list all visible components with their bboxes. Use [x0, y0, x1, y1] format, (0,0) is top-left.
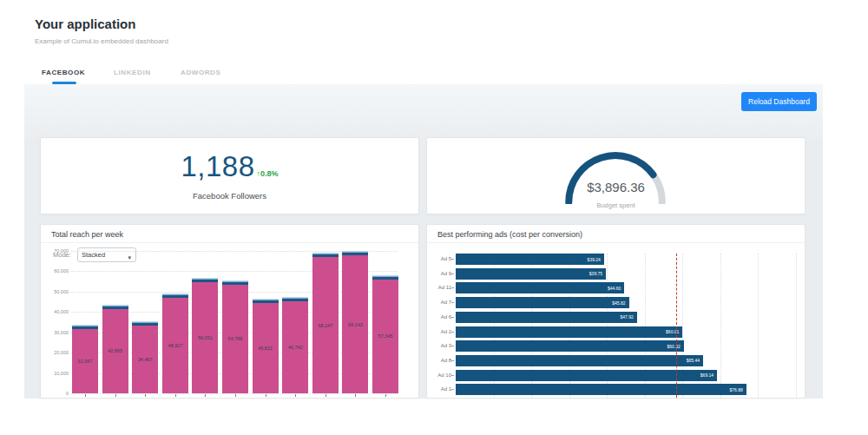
- y-axis-tick-label: 40,000: [43, 309, 69, 314]
- y-axis-category-label: Ad 3: [427, 343, 451, 348]
- bar-value-label: $44.60: [608, 286, 621, 291]
- tab-linkedin[interactable]: LINKEDIN: [114, 69, 151, 76]
- reference-line: [676, 254, 677, 398]
- gridline: [71, 393, 398, 394]
- ad-cost-bar[interactable]: $44.60: [456, 282, 624, 293]
- y-axis-tick-label: 50,000: [43, 289, 69, 294]
- kpi-delta-value: 0.8%: [260, 169, 279, 178]
- bar-value-label: 42,865: [102, 348, 128, 353]
- y-axis-category-label: Ad 2: [427, 329, 451, 334]
- facebook-followers-kpi-card: 1,188↑0.8% Facebook Followers: [40, 137, 419, 214]
- tab-facebook[interactable]: FACEBOOK: [42, 69, 85, 76]
- bar-value-label: $65.44: [687, 358, 700, 363]
- y-axis-category-label: Ad 8: [427, 358, 451, 363]
- y-axis-tick-label: 20,000: [43, 350, 69, 355]
- reload-dashboard-button[interactable]: Reload Dashboard: [741, 92, 817, 111]
- ad-cost-bar[interactable]: $76.88: [456, 384, 746, 395]
- chart-card-header: Total reach per week: [41, 225, 418, 243]
- bar-value-label: $39.75: [589, 271, 602, 276]
- reach-bar[interactable]: 34,467: [132, 323, 158, 393]
- bar-value-label: 54,765: [222, 336, 248, 341]
- x-axis-tick: [85, 394, 86, 397]
- bar-value-label: 68,147: [312, 323, 339, 328]
- bar-value-label: 34,467: [132, 357, 158, 362]
- y-axis-tick: [451, 317, 454, 318]
- bar-value-label: 69,143: [342, 322, 368, 327]
- bar-value-label: $69.14: [700, 372, 713, 378]
- x-axis-tick: [115, 394, 116, 397]
- ad-cost-bar[interactable]: $45.82: [456, 297, 629, 308]
- reach-bar[interactable]: 54,765: [222, 282, 248, 393]
- ad-cost-bar[interactable]: $39.75: [456, 268, 606, 280]
- ad-cost-bar[interactable]: $65.44: [456, 355, 703, 366]
- y-axis-tick: [451, 375, 454, 376]
- bar-value-label: 48,327: [162, 343, 188, 348]
- bar-value-label: 57,345: [372, 333, 398, 339]
- y-axis-tick: [451, 332, 454, 333]
- reach-bar[interactable]: 42,865: [102, 306, 128, 393]
- x-axis-tick: [385, 394, 386, 397]
- gridline: [758, 254, 759, 398]
- x-axis-tick: [326, 394, 326, 397]
- x-axis-tick: [295, 394, 296, 397]
- budget-spent-gauge-card: $3,896.36 Budget spent: [426, 137, 806, 214]
- gauge-arc: [427, 143, 805, 204]
- reach-bar[interactable]: 48,327: [162, 295, 188, 393]
- page-title: Your application: [35, 16, 135, 31]
- tab-adwords[interactable]: ADWORDS: [181, 69, 220, 76]
- x-axis-tick: [145, 394, 146, 397]
- chart-title: Total reach per week: [51, 230, 123, 239]
- kpi-label: Facebook Followers: [41, 191, 418, 201]
- kpi-delta-badge: ↑0.8%: [257, 169, 279, 178]
- page-subtitle: Example of Cumul.io embedded dashboard: [35, 37, 168, 45]
- gridline: [720, 254, 721, 398]
- bar-value-label: $39.24: [588, 257, 601, 262]
- y-axis-tick: [451, 360, 454, 361]
- y-axis-tick-label: 70,000: [43, 248, 69, 254]
- x-axis-tick: [205, 394, 206, 397]
- reach-bar[interactable]: 45,821: [253, 300, 279, 393]
- gridline: [796, 254, 797, 398]
- y-axis-tick-label: 10,000: [43, 371, 69, 376]
- reach-bar[interactable]: 69,143: [342, 253, 368, 393]
- y-axis-tick: [451, 302, 454, 303]
- ad-cost-bar[interactable]: $69.14: [456, 370, 717, 381]
- ad-cost-bar[interactable]: $47.92: [456, 312, 637, 323]
- x-axis-tick: [175, 394, 176, 397]
- y-axis-category-label: Ad 9: [427, 271, 451, 276]
- y-axis-tick-label: 60,000: [43, 268, 69, 274]
- x-axis-tick: [355, 394, 356, 397]
- reach-bar[interactable]: 68,147: [312, 254, 339, 393]
- bar-value-label: 56,051: [192, 335, 218, 340]
- ad-cost-bar[interactable]: $39.24: [456, 254, 604, 265]
- y-axis-category-label: Ad 1: [427, 386, 451, 392]
- reach-bar[interactable]: 57,345: [372, 277, 398, 393]
- y-axis-category-label: Ad 6: [427, 314, 451, 320]
- y-axis-category-label: Ad 10: [427, 372, 451, 378]
- gridline: [71, 251, 398, 252]
- y-axis-tick: [451, 346, 454, 346]
- kpi-value: 1,188: [181, 150, 254, 182]
- bar-value-label: 45,821: [253, 346, 279, 351]
- bar-value-label: $76.88: [730, 387, 743, 392]
- ads-bar-plot: Ad 5$39.24Ad 9$39.75Ad 11$44.60Ad 7$45.8…: [456, 254, 796, 398]
- y-axis-category-label: Ad 7: [427, 300, 451, 305]
- x-axis-tick: [266, 394, 266, 397]
- reach-bar[interactable]: 46,742: [282, 299, 308, 394]
- bar-value-label: $47.92: [620, 314, 633, 320]
- ad-cost-bar[interactable]: $60.32: [456, 340, 684, 352]
- y-axis-tick: [451, 389, 454, 390]
- x-axis-tick: [235, 394, 236, 397]
- gauge-value: $3,896.36: [427, 180, 805, 194]
- reach-bar-plot: 010,00020,00030,00040,00050,00060,00070,…: [71, 251, 398, 393]
- bar-value-label: $45.82: [612, 300, 625, 306]
- best-ads-chart-card: Best performing ads (cost per conversion…: [426, 224, 806, 399]
- bar-value-label: $60.32: [667, 344, 680, 349]
- y-axis-category-label: Ad 5: [427, 256, 451, 261]
- reach-bar[interactable]: 56,051: [192, 280, 218, 393]
- y-axis-tick: [451, 259, 454, 260]
- ad-cost-bar[interactable]: $60.01: [456, 326, 682, 338]
- kpi-value-row: 1,188↑0.8%: [41, 150, 418, 183]
- chart-title: Best performing ads (cost per conversion…: [437, 230, 582, 239]
- reach-bar[interactable]: 32,947: [72, 326, 98, 393]
